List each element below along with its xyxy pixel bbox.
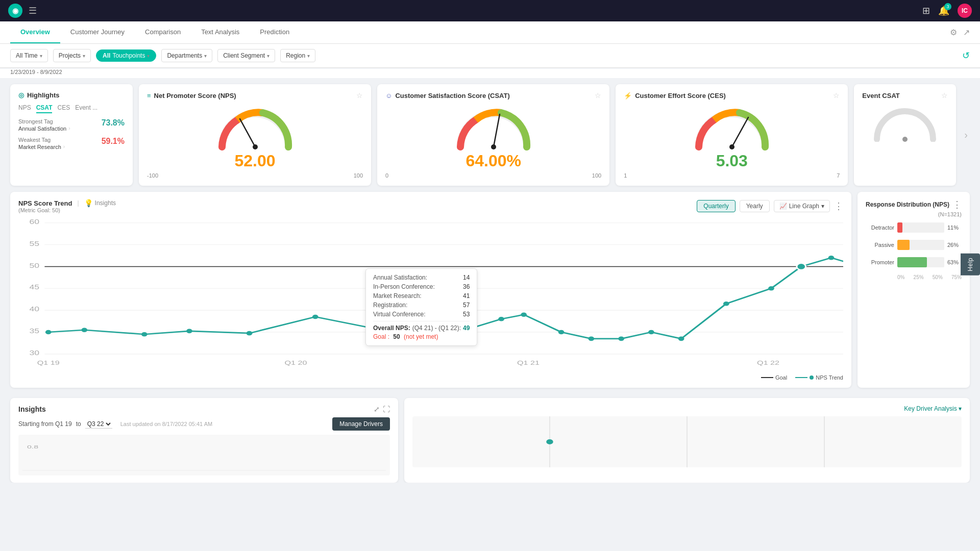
- help-tab-wrapper[interactable]: Help: [961, 254, 980, 276]
- quarterly-button[interactable]: Quarterly: [697, 200, 735, 212]
- highlight-tab-ces[interactable]: CES: [57, 103, 70, 113]
- tooltip-overall-nps-period: (Q4 21) - (Q1 22):: [412, 324, 461, 332]
- svg-point-28: [312, 315, 318, 319]
- time-filter[interactable]: All Time ▾: [10, 49, 48, 62]
- nps-trend-chart-panel: NPS Score Trend | 💡 Insights (Metric Goa…: [10, 192, 851, 388]
- csat-icon: ☺: [385, 92, 392, 99]
- line-graph-dropdown[interactable]: 📈 Line Graph ▾: [774, 200, 830, 212]
- event-csat-title: Event CSAT: [862, 92, 899, 99]
- tab-actions: ⚙ ↗: [950, 28, 970, 37]
- svg-text:Q1 19: Q1 19: [37, 359, 60, 366]
- ces-gauge-svg: [691, 104, 773, 149]
- settings-icon[interactable]: ⚙: [950, 28, 957, 37]
- tooltip-overall-nps-label: Overall NPS:: [373, 324, 410, 332]
- chevron-down-icon: ▾: [821, 203, 824, 210]
- chevron-down-icon: ▾: [83, 53, 85, 59]
- csat-gauge-labels: 0 100: [385, 172, 601, 179]
- csat-value: 64.00%: [465, 152, 521, 170]
- svg-text:Q1 21: Q1 21: [517, 359, 540, 366]
- refresh-icon[interactable]: ↺: [962, 50, 970, 61]
- ces-card-title: Customer Effort Score (CES): [635, 92, 726, 99]
- tooltip-annual-satisfaction-label: Annual Satisfaction:: [373, 274, 427, 281]
- tab-customer-journey[interactable]: Customer Journey: [60, 21, 135, 43]
- insights-link[interactable]: 💡 Insights: [84, 199, 116, 207]
- touchpoints-filter[interactable]: All Touchpoints ▾: [96, 49, 156, 62]
- navbar-left: ◉ ☰: [8, 4, 37, 18]
- notifications-bell-icon[interactable]: 🔔 3: [938, 5, 949, 16]
- share-icon[interactable]: ↗: [963, 28, 970, 37]
- tab-bar: Overview Customer Journey Comparison Tex…: [0, 21, 980, 44]
- chart-more-options[interactable]: ⋮: [834, 201, 843, 212]
- nps-trend-title: NPS Score Trend: [18, 199, 72, 207]
- cards-next-arrow[interactable]: ›: [962, 84, 970, 186]
- tooltip-overall-nps-value: 49: [463, 324, 470, 332]
- nps-icon: ≡: [147, 92, 151, 99]
- fullscreen-icon[interactable]: ⛶: [383, 405, 390, 413]
- tooltip-virtual-label: Virtual Conference:: [373, 311, 426, 318]
- nps-card-title: Net Promoter Score (NPS): [154, 92, 236, 99]
- nav-menu-icon[interactable]: ☰: [29, 5, 37, 16]
- highlight-tab-csat[interactable]: CSAT: [36, 103, 53, 113]
- legend-trend-line: [795, 377, 807, 378]
- svg-line-4: [732, 117, 748, 147]
- svg-point-33: [521, 312, 527, 317]
- key-driver-dropdown[interactable]: Key Driver Analysis ▾: [904, 405, 962, 412]
- departments-filter[interactable]: Departments ▾: [161, 49, 212, 62]
- chevron-right-icon: ›: [68, 126, 70, 131]
- svg-point-57: [546, 439, 553, 444]
- csat-gauge: 64.00% 0 100: [385, 104, 601, 179]
- tab-overview[interactable]: Overview: [10, 21, 60, 43]
- highlight-tab-nps[interactable]: NPS: [18, 103, 31, 113]
- svg-line-0: [240, 119, 255, 147]
- tab-comparison[interactable]: Comparison: [135, 21, 191, 43]
- tabs-container: Overview Customer Journey Comparison Tex…: [10, 21, 300, 43]
- grid-icon[interactable]: ⊞: [922, 5, 930, 16]
- svg-text:60: 60: [30, 218, 40, 225]
- csat-card-title: Customer Satisfaction Score (CSAT): [395, 92, 509, 99]
- projects-filter[interactable]: Projects ▾: [53, 49, 91, 62]
- svg-point-7: [902, 137, 908, 142]
- insights-sub-header: Starting from Q1 19 to Q3 22 Q2 22 Q1 22…: [18, 420, 212, 429]
- yearly-button[interactable]: Yearly: [740, 200, 770, 212]
- quarter-select[interactable]: Q3 22 Q2 22 Q1 22: [85, 420, 112, 429]
- app-logo[interactable]: ◉: [8, 4, 22, 18]
- legend-nps-trend: NPS Trend: [795, 374, 843, 381]
- expand-icon[interactable]: ⤢: [374, 405, 380, 413]
- detractor-bar-container: [897, 222, 944, 233]
- weakest-tag-label: Weakest Tag: [18, 137, 65, 143]
- bulb-icon: 💡: [84, 199, 93, 207]
- highlight-tab-event[interactable]: Event ...: [75, 103, 97, 113]
- nps-metric-goal: (Metric Goal: 50): [18, 207, 116, 213]
- distribution-title: Response Distribution (NPS): [866, 201, 949, 208]
- tab-text-analysis[interactable]: Text Analysis: [191, 21, 250, 43]
- client-segment-filter[interactable]: Client Segment ▾: [217, 49, 275, 62]
- dist-row-passive: Passive 26%: [866, 240, 962, 250]
- svg-text:50: 50: [30, 262, 40, 269]
- svg-point-36: [618, 337, 624, 341]
- nps-star-icon[interactable]: ☆: [356, 91, 363, 99]
- manage-drivers-button[interactable]: Manage Drivers: [332, 417, 390, 431]
- nps-gauge-labels: -100 100: [147, 172, 363, 179]
- detractor-bar: [897, 222, 902, 233]
- filter-bar: All Time ▾ Projects ▾ All Touchpoints ▾ …: [0, 44, 980, 68]
- svg-point-37: [648, 330, 654, 335]
- chevron-down-icon: ▾: [147, 53, 150, 59]
- strongest-tag-label: Strongest Tag: [18, 118, 70, 124]
- nps-trend-chart-area: 60 55 50 45 40 35 30: [18, 217, 843, 370]
- region-filter[interactable]: Region ▾: [280, 49, 315, 62]
- ces-star-icon[interactable]: ☆: [833, 91, 840, 99]
- event-csat-star-icon[interactable]: ☆: [941, 91, 948, 99]
- chart-controls: Quarterly Yearly 📈 Line Graph ▾ ⋮: [697, 200, 843, 212]
- svg-point-26: [186, 329, 192, 334]
- promoter-bar: [897, 257, 927, 267]
- svg-text:30: 30: [30, 349, 40, 356]
- chevron-right-icon: ›: [63, 144, 65, 149]
- user-avatar[interactable]: IC: [958, 4, 972, 18]
- tab-prediction[interactable]: Prediction: [250, 21, 300, 43]
- help-tab[interactable]: Help: [961, 254, 980, 276]
- distribution-more-options[interactable]: ⋮: [952, 199, 962, 210]
- insights-panel: Insights ⤢ ⛶ Starting from Q1 19 to Q3 2…: [10, 398, 398, 483]
- csat-star-icon[interactable]: ☆: [595, 91, 601, 99]
- legend-trend-dot: [810, 375, 814, 380]
- ces-gauge: 5.03 1 7: [624, 104, 840, 179]
